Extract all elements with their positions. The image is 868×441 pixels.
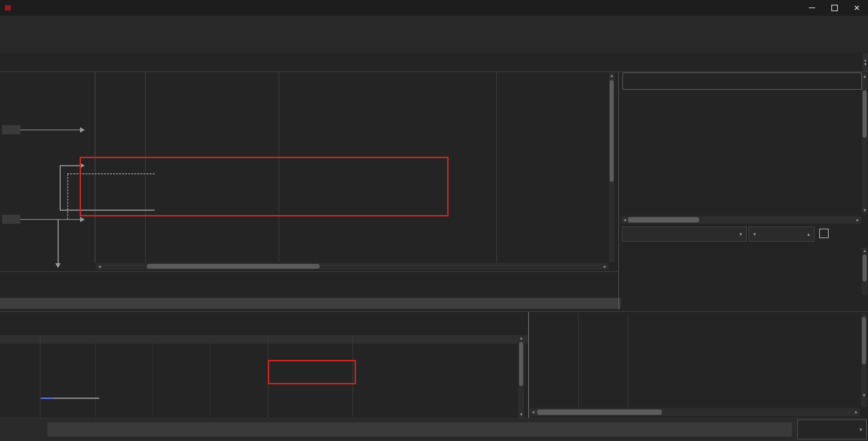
dump-underline-gray	[54, 398, 99, 399]
dump-panel: ▲ ▼	[0, 312, 528, 418]
spinner-up-icon[interactable]: ▲	[806, 232, 811, 237]
dump-vscrollbar[interactable]: ▲ ▼	[518, 335, 524, 418]
annotation-box-string	[268, 360, 356, 384]
maximize-icon	[831, 5, 838, 11]
divider	[153, 344, 153, 417]
stack-hscrollbar[interactable]: ◄ ►	[530, 408, 860, 416]
tab-overflow-scroll[interactable]: ▲▼	[863, 53, 868, 71]
divider	[496, 72, 497, 263]
disasm-hscrollbar[interactable]: ◄ ►	[96, 263, 609, 270]
toolbar	[0, 30, 868, 52]
args-vscrollbar[interactable]: ▲	[862, 248, 867, 295]
menu-bar	[0, 16, 868, 30]
divider	[210, 344, 210, 417]
divider	[578, 313, 579, 408]
dump-underline-blue	[41, 398, 54, 399]
unlocked-checkbox[interactable]	[819, 229, 829, 238]
minimize-button[interactable]	[801, 0, 823, 16]
stack-panel: ▼ ◄ ►	[529, 312, 868, 418]
chevron-down-icon: ▼	[859, 427, 863, 432]
status-address-bar	[0, 298, 620, 309]
stack-vscrollbar[interactable]: ▼	[861, 313, 867, 407]
minimize-icon	[809, 7, 815, 8]
registers-hscrollbar[interactable]: ◄ ►	[621, 216, 861, 224]
calling-convention-select[interactable]: ▼	[622, 227, 747, 242]
divider	[95, 344, 96, 417]
arg-count-spinner[interactable]: ▼ ▲	[749, 227, 814, 242]
jump-line-down	[58, 220, 59, 263]
eip-gutter-label	[2, 215, 20, 224]
spinner-down-icon[interactable]: ▼	[752, 232, 757, 237]
divider	[618, 72, 619, 309]
window-controls: ×	[801, 0, 868, 16]
jump-line-dashed	[67, 174, 68, 219]
x32dbg-window: × ▲▼ ◄ ► ▲	[0, 0, 868, 441]
app-bug-icon	[5, 5, 11, 11]
disasm-vscrollbar[interactable]: ▲	[609, 73, 614, 262]
eax-gutter-label	[2, 125, 20, 134]
jump-line-down-arrow	[55, 263, 61, 268]
eip-arrow-head	[80, 217, 85, 222]
registers-panel: ▼ ▼ ▲ ▲ ▼ ◄ ► ▲	[620, 72, 868, 309]
eax-arrow-line	[20, 130, 80, 130]
dump-tab-bar	[0, 312, 528, 334]
title-bar: ×	[0, 0, 868, 16]
jump-line-up	[60, 166, 61, 211]
eax-arrow-head	[80, 127, 85, 133]
maximize-button[interactable]	[823, 0, 846, 16]
hide-fpu-button[interactable]	[623, 73, 862, 90]
divider	[40, 335, 40, 417]
registers-vscrollbar[interactable]: ▲ ▼	[862, 73, 867, 213]
info-pane	[0, 271, 618, 298]
jump-line-up-top	[60, 165, 80, 166]
command-input[interactable]	[47, 422, 792, 437]
command-profile-select[interactable]: ▼	[797, 420, 867, 439]
close-button[interactable]: ×	[846, 0, 868, 16]
divider	[0, 311, 868, 312]
main-tab-bar	[0, 52, 868, 72]
dump-header	[0, 335, 528, 344]
annotation-box-loop	[80, 157, 449, 216]
command-bar: ▼	[0, 418, 868, 441]
eip-arrow-line	[20, 219, 80, 220]
divider	[628, 313, 628, 408]
close-icon: ×	[854, 3, 860, 13]
chevron-down-icon: ▼	[738, 232, 743, 237]
